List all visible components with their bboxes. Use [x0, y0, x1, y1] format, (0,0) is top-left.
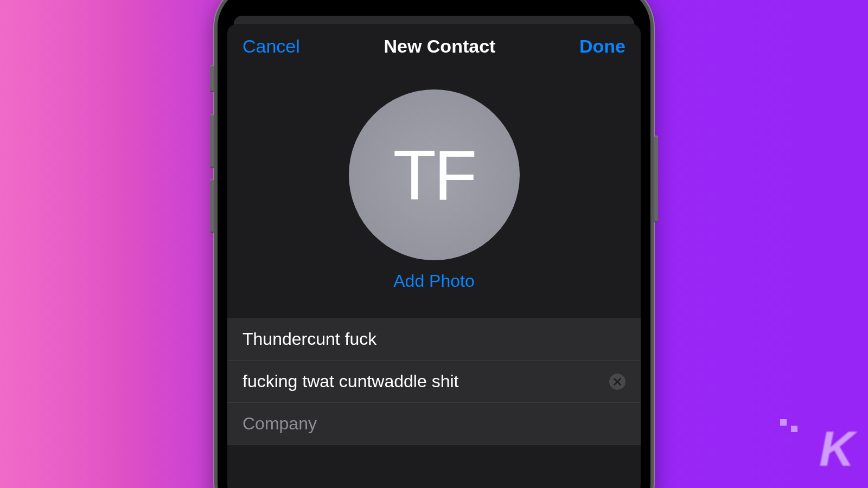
phone-device: Cancel New Contact Done TF Add Photo: [214, 0, 654, 488]
first-name-row[interactable]: [227, 318, 641, 361]
watermark-logo: K: [819, 421, 852, 477]
first-name-input[interactable]: [242, 329, 626, 349]
cancel-button[interactable]: Cancel: [242, 36, 300, 57]
watermark-dots: [780, 419, 797, 426]
phone-mute-switch: [210, 65, 214, 92]
navigation-bar: Cancel New Contact Done: [227, 24, 641, 62]
add-photo-button[interactable]: Add Photo: [393, 271, 474, 291]
last-name-input[interactable]: [242, 371, 603, 391]
contact-form: [227, 318, 641, 445]
company-row[interactable]: [227, 403, 641, 445]
phone-volume-down: [210, 179, 214, 233]
avatar-section: TF Add Photo: [227, 62, 641, 307]
sheet-title: New Contact: [384, 36, 495, 57]
company-input[interactable]: [242, 414, 626, 434]
avatar-initials: TF: [393, 134, 475, 216]
close-icon: [614, 378, 621, 386]
done-button[interactable]: Done: [579, 36, 626, 57]
phone-volume-up: [210, 114, 214, 168]
new-contact-sheet: Cancel New Contact Done TF Add Photo: [227, 24, 641, 488]
last-name-row[interactable]: [227, 361, 641, 403]
phone-screen: Cancel New Contact Done TF Add Photo: [227, 0, 641, 488]
phone-power-button: [654, 136, 658, 222]
clear-text-button[interactable]: [609, 374, 626, 390]
avatar-placeholder[interactable]: TF: [349, 89, 520, 260]
